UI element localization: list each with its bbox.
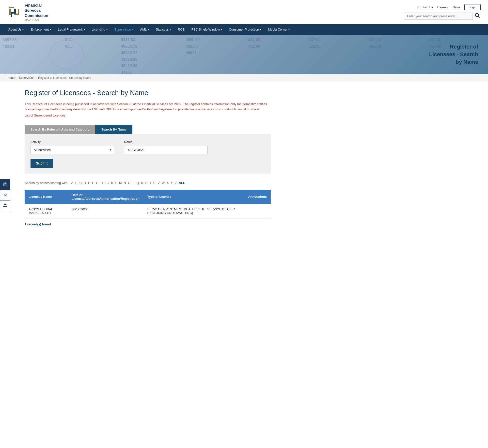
col-annotations: Annotations	[244, 190, 271, 204]
nav-fsc-arrow: ▾	[221, 28, 222, 31]
cell-type: SEC-2.1B INVESTMENT DEALER (FULL SERVICE…	[143, 204, 244, 218]
alpha-link-z[interactable]: Z	[175, 181, 177, 185]
envelope-icon: ✉	[3, 193, 7, 198]
svg-point-0	[4, 204, 5, 205]
col-type: Type of License	[143, 190, 244, 204]
name-input[interactable]	[124, 146, 208, 154]
alpha-links: ABCDEFGHIJKLMNOPQRSTUVWXYZALL	[71, 181, 185, 185]
name-label: Name	[124, 140, 208, 144]
alpha-link-h[interactable]: H	[100, 181, 103, 185]
hero-title: Register ofLicensees - Searchby Name	[419, 38, 488, 71]
search-tabs: Search By Relevant Acts and Category Sea…	[25, 125, 271, 134]
alpha-link-k[interactable]: K	[111, 181, 113, 185]
top-links: Contact Us Careers News Login	[417, 4, 481, 10]
name-group: Name	[124, 140, 208, 154]
nav-licensing[interactable]: Licensing ▾	[88, 24, 111, 35]
table-head: Licensee Name Date ofLicence/Approval/Au…	[25, 190, 271, 204]
activity-group: Activity All Activities	[31, 140, 114, 154]
alpha-link-m[interactable]: M	[119, 181, 122, 185]
cell-date: 06/12/2022	[68, 204, 143, 218]
nav-media-arrow: ▾	[288, 28, 290, 31]
hero-bg: 5597.580.005311.830690.12432 00432 00432…	[0, 35, 488, 74]
alpha-link-p[interactable]: P	[132, 181, 135, 185]
alpha-link-a[interactable]: A	[71, 181, 73, 185]
page-title: Register of Licensees - Search by Name	[25, 89, 271, 97]
search-input[interactable]	[404, 13, 473, 20]
breadcrumb: Home | Supervision | Register of License…	[0, 74, 488, 82]
activity-select-wrapper: All Activities	[31, 146, 114, 154]
results-table: Licensee Name Date ofLicence/Approval/Au…	[25, 190, 271, 218]
logo-text: FinancialServicesCommission MAURITIUS	[25, 3, 48, 21]
nav-legal-framework[interactable]: Legal Framework ▾	[54, 24, 88, 35]
email-side-icon[interactable]: @	[0, 179, 10, 190]
side-icons: @ ✉	[0, 179, 10, 211]
alpha-link-w[interactable]: W	[162, 181, 165, 185]
search-form: Activity All Activities Name Submit	[25, 134, 271, 174]
svg-rect-5	[14, 9, 16, 14]
search-bar	[404, 12, 481, 20]
alpha-link-r[interactable]: R	[141, 181, 143, 185]
alpha-link-f[interactable]: F	[92, 181, 94, 185]
search-button[interactable]	[474, 12, 481, 20]
top-bar: FinancialServicesCommission MAURITIUS Co…	[0, 0, 488, 24]
alpha-section: Search by names starting with: ABCDEFGHI…	[25, 181, 271, 185]
svg-point-9	[475, 14, 478, 17]
search-icon	[474, 14, 481, 20]
careers-link[interactable]: Careers	[437, 5, 448, 9]
alpha-link-o[interactable]: O	[128, 181, 130, 185]
alpha-link-v[interactable]: V	[157, 181, 160, 185]
alpha-link-g[interactable]: G	[96, 181, 98, 185]
tab-relevant-acts[interactable]: Search By Relevant Acts and Category	[25, 125, 95, 134]
submit-button[interactable]: Submit	[31, 159, 53, 168]
alpha-link-d[interactable]: D	[84, 181, 86, 185]
alpha-link-s[interactable]: S	[145, 181, 147, 185]
alpha-link-u[interactable]: U	[153, 181, 156, 185]
svg-point-1	[5, 204, 7, 205]
alpha-link-b[interactable]: B	[75, 181, 78, 185]
alpha-link-x[interactable]: X	[167, 181, 169, 185]
logo: FinancialServicesCommission MAURITIUS	[7, 3, 48, 21]
records-found: 1 record(s) found.	[25, 222, 271, 226]
nav-enforcement[interactable]: Enforcement ▾	[27, 24, 54, 35]
nav-supervision[interactable]: Supervision ▾	[111, 24, 137, 35]
nav-about-us-arrow: ▾	[22, 28, 24, 31]
alpha-link-i[interactable]: I	[105, 181, 106, 185]
breadcrumb-current: Register of Licensees - Search by Name	[38, 76, 91, 80]
nav-media-corner[interactable]: Media Corner ▾	[265, 24, 293, 35]
cell-licensee-name: AKSYS GLOBAL MARKETS LTD	[25, 204, 68, 218]
group-side-icon[interactable]	[0, 201, 10, 211]
activity-select[interactable]: All Activities	[31, 146, 114, 154]
nav-about-us[interactable]: About Us ▾	[5, 24, 27, 35]
nav-statistics-arrow: ▾	[170, 28, 171, 31]
alpha-label: Search by names starting with:	[25, 181, 68, 185]
breadcrumb-home[interactable]: Home	[7, 76, 15, 80]
nav-consumer-protection[interactable]: Consumer Protection ▾	[225, 24, 265, 35]
table-header-row: Licensee Name Date ofLicence/Approval/Au…	[25, 190, 271, 204]
alpha-link-n[interactable]: N	[124, 181, 126, 185]
nav-licensing-arrow: ▾	[106, 28, 108, 31]
login-button[interactable]: Login	[464, 4, 481, 10]
alpha-link-q[interactable]: Q	[137, 181, 139, 185]
nav-fsc-single-window[interactable]: FSC Single Window ▾	[188, 24, 226, 35]
mail-side-icon[interactable]: ✉	[0, 190, 10, 200]
activity-label: Activity	[31, 140, 114, 144]
tab-by-name[interactable]: Search By Name	[95, 125, 132, 134]
alpha-link-t[interactable]: T	[149, 181, 151, 185]
alpha-link-e[interactable]: E	[88, 181, 90, 185]
alpha-link-l[interactable]: L	[115, 181, 117, 185]
nav-aml[interactable]: AML ▾	[137, 24, 153, 35]
alpha-link-all[interactable]: ALL	[179, 181, 185, 185]
breadcrumb-supervision[interactable]: Supervision	[19, 76, 34, 80]
surrender-link[interactable]: List of Surrendered Licences	[25, 114, 271, 117]
breadcrumb-sep2: |	[36, 76, 37, 80]
svg-rect-8	[18, 9, 19, 15]
nav-statistics[interactable]: Statistics ▾	[152, 24, 174, 35]
alpha-link-c[interactable]: C	[79, 181, 82, 185]
alpha-link-j[interactable]: J	[108, 181, 109, 185]
content-wrapper: Register of Licensees - Search by Name T…	[0, 82, 488, 233]
news-link[interactable]: News	[453, 5, 461, 9]
contact-link[interactable]: Contact Us	[417, 5, 433, 9]
alpha-link-y[interactable]: Y	[171, 181, 173, 185]
nav-rce[interactable]: RCE	[174, 24, 188, 35]
table-body: AKSYS GLOBAL MARKETS LTD 06/12/2022 SEC-…	[25, 204, 271, 218]
